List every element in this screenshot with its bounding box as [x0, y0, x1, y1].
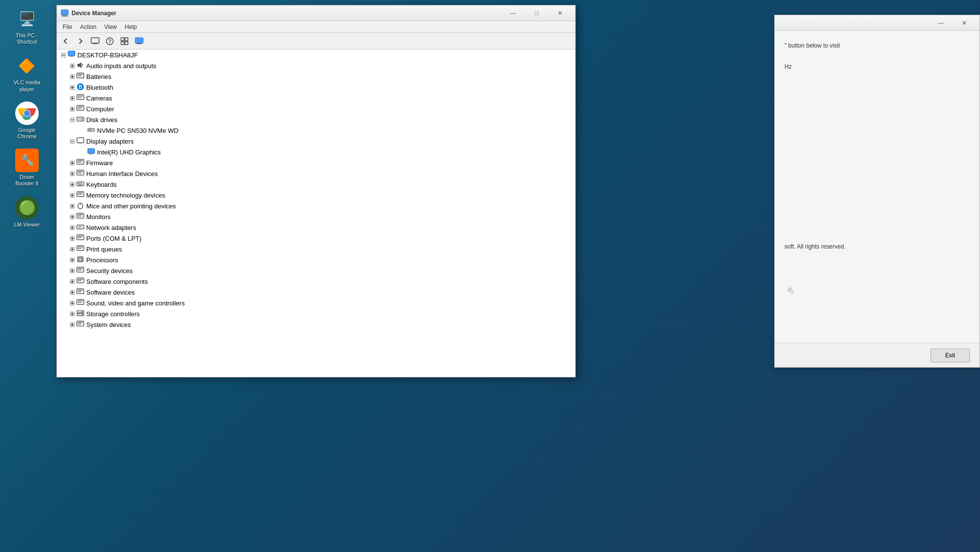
tree-item-display[interactable]: Display adapters — [57, 136, 575, 147]
tree-item-memory[interactable]: Memory technology devices — [57, 190, 575, 201]
expander-computer[interactable] — [68, 104, 76, 113]
tree-item-hid[interactable]: Human Interface Devices — [57, 168, 575, 179]
expander-sound[interactable] — [68, 299, 76, 307]
svg-rect-84 — [81, 183, 82, 184]
menu-action[interactable]: Action — [76, 23, 100, 31]
svg-rect-70 — [78, 160, 83, 161]
title-bar-icon — [61, 9, 69, 17]
label-intel-uhd: Intel(R) UHD Graphics — [97, 149, 161, 156]
toolbar-back-button[interactable] — [59, 35, 73, 48]
tree-item-print[interactable]: Print queues — [57, 244, 575, 254]
svg-rect-134 — [78, 268, 83, 269]
expander-ports[interactable] — [68, 234, 76, 243]
expander-hid[interactable] — [68, 169, 76, 178]
expander-bluetooth[interactable] — [68, 83, 76, 92]
minimize-button[interactable]: — — [502, 6, 524, 20]
tree-item-nvme[interactable]: NVMe PC SN530 NVMe WD — [57, 125, 575, 136]
tree-item-firmware[interactable]: Firmware — [57, 157, 575, 168]
tree-item-audio[interactable]: Audio inputs and outputs — [57, 60, 575, 71]
close-button[interactable]: ✕ — [549, 6, 571, 20]
tree-item-sw-components[interactable]: Software components — [57, 276, 575, 287]
expander-audio[interactable] — [68, 61, 76, 70]
chrome-icon — [15, 101, 39, 125]
svg-point-54 — [81, 118, 83, 120]
expander-monitors[interactable] — [68, 212, 76, 221]
expander-batteries[interactable] — [68, 72, 76, 81]
svg-marker-27 — [77, 62, 81, 68]
svg-point-159 — [82, 311, 83, 312]
tree-item-keyboards[interactable]: Keyboards — [57, 179, 575, 190]
expander-firmware[interactable] — [68, 158, 76, 167]
tree-item-storage[interactable]: Storage controllers — [57, 308, 575, 319]
tree-item-diskdrives[interactable]: Disk drives — [57, 114, 575, 125]
exit-button[interactable]: Exit — [931, 349, 970, 362]
tree-item-mice[interactable]: Mice and other pointing devices — [57, 201, 575, 211]
label-security: Security devices — [86, 267, 133, 275]
svg-rect-15 — [125, 42, 128, 45]
toolbar-monitor-button[interactable] — [132, 35, 146, 48]
expander-sw-components[interactable] — [68, 277, 76, 286]
expander-intel-uhd[interactable] — [78, 148, 87, 156]
expander-root[interactable] — [59, 50, 68, 59]
menu-file[interactable]: File — [59, 23, 76, 31]
tree-item-monitors[interactable]: Monitors — [57, 211, 575, 222]
svg-rect-135 — [78, 270, 81, 271]
tree-item-cameras[interactable]: Cameras — [57, 93, 575, 103]
tree-item-processors[interactable]: Processors — [57, 254, 575, 265]
bg-close-button[interactable]: ✕ — [953, 16, 976, 30]
tree-scroll-area[interactable]: DESKTOP-BSHA8JFAudio inputs and outputsB… — [57, 50, 575, 377]
desktop-icon-vlc[interactable]: 🔶 VLC mediaplayer — [12, 52, 42, 94]
icon-processors — [76, 255, 86, 265]
toolbar-grid-button[interactable] — [118, 35, 131, 48]
expander-keyboards[interactable] — [68, 180, 76, 189]
expander-cameras[interactable] — [68, 94, 76, 102]
desktop-icon-this-pc[interactable]: 🖥️ This PC -Shortcut — [13, 5, 41, 47]
icon-bluetooth: B — [76, 83, 86, 92]
toolbar-forward-button[interactable] — [74, 35, 87, 48]
desktop-icon-chrome[interactable]: GoogleChrome — [13, 100, 41, 142]
toolbar-computer-button[interactable] — [88, 35, 102, 48]
expander-security[interactable] — [68, 266, 76, 275]
vlc-icon: 🔶 — [15, 54, 39, 77]
lm-viewer-icon: 🟢 — [15, 196, 39, 220]
tree-item-root[interactable]: DESKTOP-BSHA8JF — [57, 50, 575, 60]
tree-item-batteries[interactable]: Batteries — [57, 71, 575, 82]
expander-storage[interactable] — [68, 309, 76, 318]
tree-item-security[interactable]: Security devices — [57, 265, 575, 276]
tree-item-ports[interactable]: Ports (COM & LPT) — [57, 233, 575, 244]
menu-help[interactable]: Help — [121, 23, 141, 31]
tree-item-network[interactable]: Network adapters — [57, 222, 575, 233]
expander-nvme[interactable] — [78, 126, 87, 135]
svg-rect-49 — [78, 106, 83, 107]
tree-item-bluetooth[interactable]: BBluetooth — [57, 82, 575, 93]
expander-mice[interactable] — [68, 201, 76, 210]
expander-memory[interactable] — [68, 191, 76, 200]
expander-sw-devices[interactable] — [68, 288, 76, 297]
maximize-button[interactable]: □ — [525, 6, 548, 20]
label-mice: Mice and other pointing devices — [86, 202, 176, 210]
svg-rect-43 — [78, 96, 83, 97]
desktop-icon-lm-viewer[interactable]: 🟢 LM-Viewer — [12, 194, 42, 230]
bg-minimize-button[interactable]: — — [930, 16, 952, 30]
svg-rect-57 — [89, 129, 90, 130]
tree-item-sound[interactable]: Sound, video and game controllers — [57, 298, 575, 308]
tree-item-system[interactable]: System devices — [57, 319, 575, 330]
desktop-icon-driver-booster[interactable]: 🔧 DriverBooster 8 — [13, 147, 41, 189]
expander-print[interactable] — [68, 245, 76, 253]
toolbar-help-button[interactable]: ? — [103, 35, 117, 48]
expander-processors[interactable] — [68, 255, 76, 264]
tree-item-intel-uhd[interactable]: Intel(R) UHD Graphics — [57, 147, 575, 157]
label-audio: Audio inputs and outputs — [86, 62, 156, 70]
tree-item-sw-devices[interactable]: Software devices — [57, 287, 575, 298]
tree-item-computer[interactable]: Computer — [57, 103, 575, 114]
expander-diskdrives[interactable] — [68, 115, 76, 124]
chrome-label: GoogleChrome — [17, 127, 36, 140]
expander-display[interactable] — [68, 137, 76, 146]
expander-system[interactable] — [68, 320, 76, 329]
label-firmware: Firmware — [86, 159, 113, 167]
expander-network[interactable] — [68, 223, 76, 232]
icon-memory — [76, 191, 86, 200]
svg-rect-55 — [78, 119, 80, 120]
menu-view[interactable]: View — [100, 23, 121, 31]
icon-intel-uhd — [87, 148, 97, 157]
